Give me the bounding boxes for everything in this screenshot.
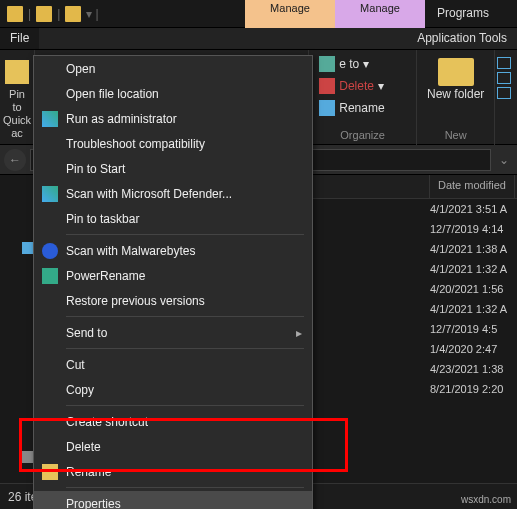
folder-icon — [438, 58, 474, 86]
select-icon[interactable] — [497, 57, 511, 69]
menu-item-open[interactable]: Open — [34, 56, 312, 81]
back-button[interactable]: ← — [4, 149, 26, 171]
ribbon-group-label: Organize — [309, 127, 416, 143]
quick-access-icon[interactable] — [7, 6, 23, 22]
select-icon[interactable] — [497, 72, 511, 84]
dropdown-arrow-icon[interactable]: ⌄ — [495, 153, 513, 167]
quick-access-icon[interactable] — [65, 6, 81, 22]
menu-item-cut[interactable]: Cut — [34, 352, 312, 377]
menu-item-copy[interactable]: Copy — [34, 377, 312, 402]
menu-item-open-file-location[interactable]: Open file location — [34, 81, 312, 106]
menu-item-run-as-administrator[interactable]: Run as administrator — [34, 106, 312, 131]
shield-icon — [42, 186, 58, 202]
delete-icon — [319, 78, 335, 94]
ren2-icon — [42, 464, 58, 480]
quick-access-icon[interactable] — [36, 6, 52, 22]
rename-button[interactable]: Rename — [313, 98, 390, 118]
menu-item-send-to[interactable]: Send to▸ — [34, 320, 312, 345]
pr-icon — [42, 268, 58, 284]
tab-application-tools[interactable]: Application Tools — [407, 28, 517, 49]
column-date[interactable]: Date modified — [430, 175, 515, 198]
new-folder-button[interactable]: New folder — [417, 50, 494, 106]
menu-item-powerrename[interactable]: PowerRename — [34, 263, 312, 288]
watermark: wsxdn.com — [461, 494, 511, 505]
window-title: Programs — [425, 0, 497, 28]
contextual-tab-manage[interactable]: Manage — [335, 0, 425, 28]
delete-button[interactable]: Delete ▾ — [313, 76, 390, 96]
menu-item-rename[interactable]: Rename — [34, 459, 312, 484]
ribbon-group-label: New — [417, 127, 494, 143]
menu-item-delete[interactable]: Delete — [34, 434, 312, 459]
title-bar: | | ▾ | Manage Manage Programs — [0, 0, 517, 28]
menu-item-troubleshoot-compatibility[interactable]: Troubleshoot compatibility — [34, 131, 312, 156]
menu-item-pin-to-start[interactable]: Pin to Start — [34, 156, 312, 181]
tab-file[interactable]: File — [0, 28, 39, 49]
select-icon[interactable] — [497, 87, 511, 99]
move-icon — [319, 56, 335, 72]
context-menu: OpenOpen file locationRun as administrat… — [33, 55, 313, 509]
ribbon-tabs: File Application Tools — [0, 28, 517, 50]
pin-to-quick-access-button[interactable]: Pin to Quick ac — [0, 50, 34, 146]
menu-item-scan-with-malwarebytes[interactable]: Scan with Malwarebytes — [34, 238, 312, 263]
menu-item-restore-previous-versions[interactable]: Restore previous versions — [34, 288, 312, 313]
rename-icon — [319, 100, 335, 116]
contextual-tab-manage[interactable]: Manage — [245, 0, 335, 28]
menu-item-properties[interactable]: Properties — [34, 491, 312, 509]
menu-item-create-shortcut[interactable]: Create shortcut — [34, 409, 312, 434]
move-to-button[interactable]: e to ▾ — [313, 54, 374, 74]
submenu-arrow-icon: ▸ — [296, 326, 302, 340]
menu-item-scan-with-microsoft-defender-[interactable]: Scan with Microsoft Defender... — [34, 181, 312, 206]
shield-icon — [42, 111, 58, 127]
mwb-icon — [42, 243, 58, 259]
menu-item-pin-to-taskbar[interactable]: Pin to taskbar — [34, 206, 312, 231]
